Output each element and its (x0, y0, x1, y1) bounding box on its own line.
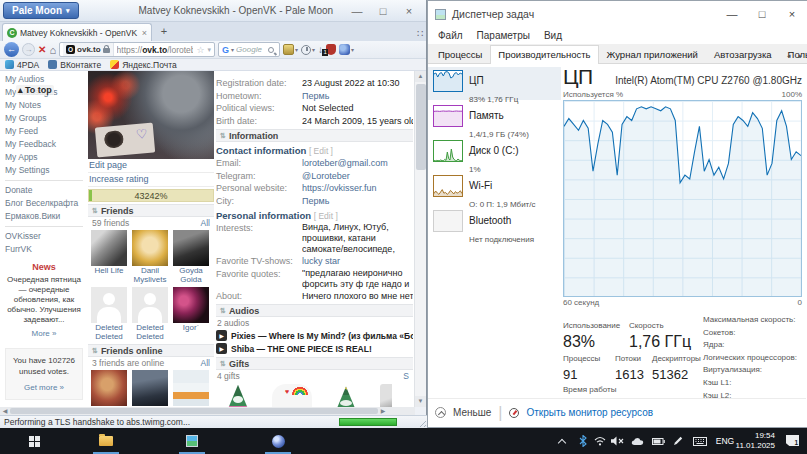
play-icon[interactable]: ▶ (216, 343, 227, 354)
horizontal-scrollbar[interactable]: ◀ ▶ (0, 407, 415, 415)
gift-image[interactable] (218, 384, 258, 407)
palemoon-personas-button[interactable]: ▾ (283, 44, 298, 55)
back-button[interactable]: ← (4, 42, 19, 57)
fewer-details-button[interactable]: Меньше (453, 407, 491, 418)
taskbar-task-manager[interactable] (176, 428, 208, 454)
sidebar-item-donate[interactable]: Donate (5, 184, 83, 197)
url-dropdown-icon[interactable]: ▾ (208, 46, 212, 54)
resource-item-disk[interactable]: Диск 0 (C:)1% (428, 137, 561, 170)
email-link[interactable]: loroteber@gmail.com (302, 157, 413, 170)
menu-options[interactable]: Параметры (471, 30, 536, 41)
scroll-down-icon[interactable]: ▼ (415, 396, 426, 407)
minimize-button[interactable]: — (717, 1, 747, 27)
city-link[interactable]: Пермь (302, 195, 413, 208)
avatar[interactable] (132, 287, 168, 323)
scroll-right-icon[interactable]: ▶ (378, 407, 388, 415)
avatar[interactable] (173, 287, 209, 323)
close-button[interactable]: × (402, 5, 416, 17)
gifts-see-all-link[interactable]: S (403, 371, 409, 381)
hometown-link[interactable]: Пермь (302, 90, 413, 103)
new-tab-button[interactable]: + (154, 24, 174, 40)
volume-muted-tray-icon[interactable] (609, 428, 625, 454)
site-identity-chip[interactable]: O ovk.to (63, 43, 114, 56)
scroll-left-icon[interactable]: ◀ (0, 407, 10, 415)
collapse-icon[interactable]: ⇅ (220, 360, 226, 368)
home-button[interactable]: ⌂ (49, 44, 56, 56)
sidebar-item-my-feedback[interactable]: My Feedback (5, 138, 83, 151)
battery-tray-icon[interactable] (650, 428, 666, 454)
action-center-icon[interactable]: 1 (786, 435, 799, 446)
sidebar-item-ovkisser[interactable]: OVKisser (5, 230, 83, 243)
palemoon-menu-button[interactable]: Pale Moon ▾ (3, 2, 79, 19)
taskbar-palemoon[interactable] (262, 428, 294, 454)
telegram-link[interactable]: @Loroteber (302, 170, 413, 183)
friend-card[interactable]: Deleted Deleted (131, 287, 169, 341)
gift-image[interactable] (326, 384, 366, 407)
forward-button[interactable]: → (22, 43, 35, 56)
increase-rating-link[interactable]: Increase rating (88, 173, 214, 187)
votes-get-more-link[interactable]: Get more » (8, 382, 80, 393)
resize-grip[interactable] (417, 418, 426, 427)
maximize-button[interactable]: □ (376, 5, 390, 17)
wifi-tray-icon[interactable] (592, 428, 607, 454)
open-resource-monitor-link[interactable]: Открыть монитор ресурсов (526, 407, 653, 418)
vertical-scrollbar[interactable]: ▲ ▼ (414, 71, 426, 407)
avatar[interactable] (173, 230, 209, 266)
search-engine-dropdown-icon[interactable]: ▾ (231, 46, 234, 53)
minimize-button[interactable]: — (350, 5, 364, 17)
friend-card[interactable]: Igor` (172, 287, 210, 341)
all-tabs-icon[interactable]: ∷ (417, 28, 423, 39)
avatar[interactable] (132, 370, 168, 406)
edit-page-link[interactable]: Edit page (88, 159, 214, 173)
avatar[interactable] (91, 287, 127, 323)
taskbar-file-explorer[interactable] (90, 428, 122, 454)
avatar[interactable] (91, 230, 127, 266)
sidebar-item-blog[interactable]: Блог Веселкрафта (5, 197, 83, 210)
sidebar-item-wiki[interactable]: Ермаков.Вики (5, 210, 83, 223)
gift-image[interactable] (272, 384, 312, 407)
avatar[interactable] (173, 370, 209, 406)
onedrive-tray-icon[interactable] (629, 428, 645, 454)
resource-item-wifi[interactable]: Wi-FiО: 0 П: 1,9 Мбит/с (428, 172, 561, 205)
pen-tray-icon[interactable] (671, 428, 685, 454)
collapse-icon[interactable]: ⇅ (92, 207, 98, 215)
sidebar-item-my-feed[interactable]: My Feed (5, 125, 83, 138)
scrollbar-thumb[interactable] (10, 408, 378, 414)
collapse-icon[interactable]: ⇅ (220, 307, 226, 315)
bluetooth-tray-icon[interactable] (576, 428, 590, 454)
scroll-up-icon[interactable]: ▲ (415, 71, 426, 82)
resource-item-memory[interactable]: Память1,4/1,9 ГБ (74%) (428, 102, 561, 135)
play-icon[interactable]: ▶ (216, 330, 227, 341)
taskbar-clock[interactable]: 19:54 11.01.2025 (736, 428, 775, 454)
bookmark-star-icon[interactable]: ☆ (196, 45, 204, 55)
friend-card[interactable]: Danya (172, 370, 210, 407)
sidebar-item-my-notes[interactable]: My Notes (5, 99, 83, 112)
avatar[interactable] (132, 230, 168, 266)
personal-edit-link[interactable]: [ Edit ] (314, 211, 338, 221)
website-link[interactable]: https://ovkisser.fun (302, 182, 413, 195)
search-bar[interactable]: G ▾ Google (218, 42, 280, 57)
friend-card[interactable]: Aleksandr Borodach (131, 370, 169, 407)
audio-item[interactable]: ▶Pixies — Where Is My Mind? (из фильма «… (216, 329, 413, 342)
search-placeholder[interactable]: Google (236, 45, 266, 54)
collapse-icon[interactable]: ⇅ (92, 347, 98, 355)
url-text[interactable]: https://ovk.to/loroteber (117, 45, 194, 55)
bookmark-yandex-mail[interactable]: Яндекс.Почта (110, 60, 177, 70)
touch-keyboard-tray-icon[interactable] (691, 428, 709, 454)
sidebar-item-my-groups[interactable]: My Groups (5, 112, 83, 125)
profile-photo[interactable] (88, 71, 214, 159)
sidebar-item-furrvk[interactable]: FurrVK (5, 243, 83, 256)
tab-startup[interactable]: Автозагрузка (706, 45, 780, 63)
start-button[interactable] (20, 428, 48, 454)
close-button[interactable]: × (777, 1, 807, 27)
tab-performance[interactable]: Производительность (490, 45, 598, 64)
stop-button[interactable]: ✕ (38, 44, 46, 55)
sidebar-item-my-apps[interactable]: My Apps (5, 151, 83, 164)
history-button[interactable]: ▾ (301, 45, 315, 55)
resource-item-bluetooth[interactable]: BluetoothНет подключения (428, 207, 561, 240)
tray-expand-button[interactable] (554, 428, 570, 454)
tab-app-history[interactable]: Журнал приложений (599, 45, 706, 63)
avatar[interactable] (91, 370, 127, 406)
search-icon[interactable] (268, 47, 274, 53)
friends-all-link[interactable]: All (201, 218, 210, 228)
